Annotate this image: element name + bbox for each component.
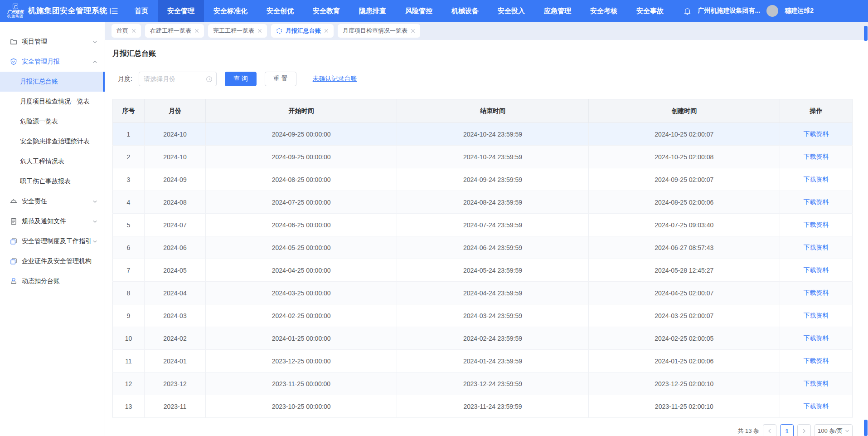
month-input-field[interactable]: [144, 75, 206, 83]
table-cell: 2024-03-25 00:00:00: [206, 282, 397, 304]
nav-item[interactable]: 风险管控: [396, 0, 442, 22]
loading-icon: [276, 28, 282, 34]
download-link[interactable]: 下载资料: [804, 221, 829, 228]
table-cell: 2024-01: [145, 350, 206, 372]
table-cell: 2024-07-25 00:00:00: [206, 191, 397, 214]
sidebar-item[interactable]: 规范及通知文件: [0, 211, 105, 231]
month-picker-input[interactable]: [139, 72, 217, 86]
sidebar-item[interactable]: 企业证件及安全管理机构: [0, 251, 105, 271]
sidebar-item-label: 项目管理: [22, 38, 47, 46]
table-row: 12024-102024-09-25 00:00:002024-10-24 23…: [113, 123, 853, 146]
tab-label: 月报汇总台账: [286, 27, 321, 35]
nav-item[interactable]: 安全事故: [627, 0, 673, 22]
scrollbar-thumb[interactable]: [864, 26, 868, 41]
sidebar: 项目管理安全管理月报月报汇总台账月度项目检查情况一览表危险源一览表安全隐患排查治…: [0, 22, 105, 436]
tab-item[interactable]: 在建工程一览表: [145, 24, 204, 38]
tab-item[interactable]: 完工工程一览表: [208, 24, 267, 38]
sidebar-subitem[interactable]: 安全隐患排查治理统计表: [0, 132, 105, 152]
download-link[interactable]: 下载资料: [804, 357, 829, 364]
close-icon[interactable]: [324, 29, 329, 33]
search-button[interactable]: 查 询: [225, 72, 257, 86]
download-link[interactable]: 下载资料: [804, 176, 829, 183]
unconfirmed-records-link[interactable]: 未确认记录台账: [313, 75, 357, 83]
table-cell: 下载资料: [780, 146, 853, 168]
table-cell: 2024-04: [145, 282, 206, 304]
nav-item[interactable]: 安全标准化: [204, 0, 257, 22]
download-link[interactable]: 下载资料: [804, 380, 829, 387]
download-link[interactable]: 下载资料: [804, 312, 829, 319]
download-link[interactable]: 下载资料: [804, 266, 829, 274]
table-cell: 2024-08: [145, 191, 206, 214]
table-cell: 2023-11-24 23:59:59: [397, 395, 588, 418]
nav-item[interactable]: 首页: [125, 0, 158, 22]
table-cell: 2024-04-25 02:00:07: [588, 282, 780, 304]
table-row: 132023-112023-10-25 00:00:002023-11-24 2…: [113, 395, 853, 418]
nav-item[interactable]: 安全创优: [257, 0, 303, 22]
helmet-icon: [10, 198, 17, 205]
sidebar-subitem[interactable]: 月报汇总台账: [0, 72, 105, 92]
download-link[interactable]: 下载资料: [804, 289, 829, 296]
tab-active[interactable]: 月报汇总台账: [271, 24, 334, 38]
sidebar-subitem[interactable]: 职工伤亡事故报表: [0, 171, 105, 191]
sidebar-subitem[interactable]: 危险源一览表: [0, 112, 105, 132]
table-cell: 下载资料: [780, 395, 853, 418]
page-number-button[interactable]: 1: [780, 424, 794, 436]
nav-item[interactable]: 安全教育: [303, 0, 349, 22]
tab-item[interactable]: 月度项目检查情况一览表: [338, 24, 420, 38]
sidebar-item[interactable]: 安全管理月报: [0, 52, 105, 72]
sidebar-subitem[interactable]: 月度项目检查情况一览表: [0, 92, 105, 112]
username[interactable]: 穗建运维2: [785, 7, 814, 15]
close-icon[interactable]: [257, 29, 262, 33]
table-cell: 下载资料: [780, 372, 853, 395]
table-cell: 2024-10-24 23:59:59: [397, 123, 588, 146]
close-icon[interactable]: [411, 29, 415, 33]
nav-item[interactable]: 机械设备: [442, 0, 488, 22]
table-cell: 12: [113, 372, 145, 395]
prev-page-button[interactable]: [763, 424, 776, 436]
chevron-down-icon: [845, 429, 849, 433]
download-link[interactable]: 下载资料: [804, 130, 829, 137]
close-icon[interactable]: [194, 29, 199, 33]
logo-text-bottom: 机施集团: [7, 15, 24, 18]
nav-item[interactable]: 应急管理: [534, 0, 581, 22]
download-link[interactable]: 下载资料: [804, 198, 829, 206]
nav-item[interactable]: 隐患排查: [349, 0, 396, 22]
collapse-menu-icon[interactable]: [110, 8, 118, 15]
table-cell: 2024-02-25 00:00:00: [206, 304, 397, 327]
tab-item[interactable]: 首页: [112, 24, 141, 38]
sidebar-subitem[interactable]: 危大工程情况表: [0, 152, 105, 171]
page-size-select[interactable]: 100 条/页: [815, 424, 853, 436]
download-link[interactable]: 下载资料: [804, 244, 829, 251]
sidebar-item[interactable]: 安全管理制度及工作指引: [0, 231, 105, 251]
table-row: 72024-052024-04-25 00:00:002024-05-24 23…: [113, 259, 853, 282]
nav-item[interactable]: 安全考核: [581, 0, 627, 22]
nav-item[interactable]: 安全投入: [488, 0, 534, 22]
table-cell: 4: [113, 191, 145, 214]
scrollbar-thumb[interactable]: [864, 420, 868, 436]
reset-button[interactable]: 重 置: [265, 72, 296, 86]
stamp-icon: [10, 278, 17, 285]
download-link[interactable]: 下载资料: [804, 153, 829, 160]
download-link[interactable]: 下载资料: [804, 402, 829, 410]
monthly-report-table: 序号月份开始时间结束时间创建时间操作 12024-102024-09-25 00…: [112, 99, 853, 418]
column-header: 操作: [780, 99, 853, 123]
bell-icon[interactable]: [683, 7, 692, 15]
nav-item[interactable]: 安全管理: [158, 0, 204, 22]
table-cell: 2024-08-25 02:00:06: [588, 191, 780, 214]
avatar[interactable]: [766, 5, 778, 17]
table-cell: 11: [113, 350, 145, 372]
sidebar-item[interactable]: 项目管理: [0, 32, 105, 52]
table-cell: 2024-09-25 00:00:00: [206, 146, 397, 168]
table-cell: 下载资料: [780, 282, 853, 304]
total-count: 共 13 条: [737, 427, 759, 435]
next-page-button[interactable]: [797, 424, 811, 436]
sidebar-item[interactable]: 动态扣分台账: [0, 271, 105, 291]
download-link[interactable]: 下载资料: [804, 334, 829, 342]
sidebar-item[interactable]: 安全责任: [0, 191, 105, 211]
copy-icon: [10, 258, 17, 265]
tab-label: 月度项目检查情况一览表: [343, 27, 407, 35]
table-row: 22024-102024-09-25 00:00:002024-10-24 23…: [113, 146, 853, 168]
table-cell: 2024-04-25 00:00:00: [206, 259, 397, 282]
close-icon[interactable]: [131, 29, 136, 33]
tab-label: 首页: [116, 27, 128, 35]
